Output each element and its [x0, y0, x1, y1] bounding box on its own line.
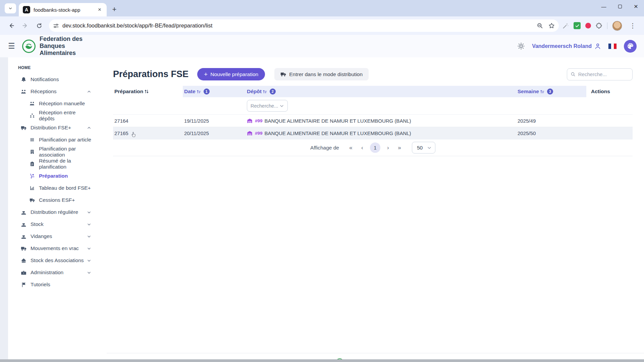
- chevron-up-icon: [87, 89, 91, 94]
- theme-palette-button[interactable]: [624, 40, 637, 53]
- preparation-week: 2025/50: [516, 127, 586, 139]
- chevron-up-icon: [87, 126, 91, 130]
- new-tab-button[interactable]: +: [109, 4, 120, 15]
- sidebar-item-stock[interactable]: Stock: [8, 218, 99, 230]
- table-search: [567, 68, 633, 80]
- column-header-actions: Actions: [586, 86, 633, 97]
- zoom-level-icon[interactable]: [537, 22, 543, 29]
- sidebar-item-reception-manuelle[interactable]: Réception manuelle: [8, 98, 99, 110]
- house-people-icon: [21, 258, 26, 263]
- table-row[interactable]: 27164 19/11/2025 #99 BANQUE ALIMENTAIRE …: [113, 115, 633, 127]
- new-preparation-button[interactable]: + Nouvelle préparation: [197, 68, 265, 80]
- sort-asc-icon: [196, 89, 201, 94]
- browser-tab-strip: A foodbanks-stock-app × + — ×: [0, 0, 644, 16]
- reload-button[interactable]: [33, 19, 46, 32]
- preparation-week: 2025/49: [516, 115, 586, 127]
- first-page-button[interactable]: «: [345, 144, 357, 151]
- column-header-depot[interactable]: Dépôt 2: [245, 86, 516, 97]
- hamburger-menu-icon[interactable]: ☰: [8, 42, 19, 51]
- bottom-edge-strip: [0, 359, 644, 362]
- distribution-mode-button[interactable]: Entrer dans le mode distribution: [274, 68, 369, 80]
- preparation-date: 19/11/2025: [183, 115, 245, 127]
- window-controls: — ×: [596, 0, 644, 13]
- next-page-button[interactable]: ›: [382, 144, 394, 151]
- bookmark-star-icon[interactable]: [548, 22, 555, 29]
- maximize-icon: [618, 5, 622, 8]
- sidebar-item-mouvements-en-vrac[interactable]: Mouvements en vrac: [8, 242, 99, 254]
- flag-icon: [21, 282, 26, 288]
- browser-tab[interactable]: A foodbanks-stock-app ×: [19, 3, 107, 16]
- user-menu[interactable]: Vandermeersch Roland: [532, 43, 601, 50]
- sidebar-item-notifications[interactable]: Notifications: [8, 73, 99, 85]
- sidebar-item-distribution-fse[interactable]: Distribution FSE+: [8, 122, 99, 134]
- org-name: Federation des Banques Alimentaires: [40, 36, 85, 57]
- tab-title: foodbanks-stock-app: [34, 7, 96, 13]
- tab-close-icon[interactable]: ×: [96, 6, 103, 13]
- preparation-actions: [586, 115, 633, 127]
- chevron-down-icon: [427, 145, 432, 150]
- pagination: Affichage de « ‹ 1 › » 50: [113, 139, 633, 156]
- org-logo-icon: [21, 39, 36, 54]
- sidebar-item-planification-par-article[interactable]: Planification par article: [8, 134, 99, 146]
- language-flag-fr[interactable]: [608, 44, 616, 49]
- user-name[interactable]: Vandermeersch Roland: [532, 43, 592, 49]
- tab-search-button[interactable]: [5, 3, 16, 13]
- truck-icon: [30, 197, 35, 203]
- bars-icon: [30, 137, 35, 142]
- column-header-semaine[interactable]: Semaine 3: [516, 86, 586, 97]
- column-header-preparation[interactable]: Préparation: [113, 86, 183, 97]
- sidebar-section-label: HOME: [8, 65, 99, 70]
- maximize-button[interactable]: [612, 0, 628, 13]
- sort-priority-badge: 3: [547, 88, 553, 95]
- sidebar-item-tableau-de-bord[interactable]: Tableau de bord FSE+: [8, 182, 99, 194]
- puzzle-extensions-icon[interactable]: [596, 22, 602, 29]
- address-bar[interactable]: dev.stock.foodbanksit.be/stock/app/fr-BE…: [49, 19, 559, 32]
- sort-priority-badge: 1: [204, 88, 210, 95]
- mouse-cursor: [130, 131, 137, 137]
- profile-avatar[interactable]: [612, 21, 622, 31]
- last-page-button[interactable]: »: [394, 144, 405, 151]
- close-window-button[interactable]: ×: [628, 0, 644, 13]
- depot-filter-select[interactable]: Recherche...: [247, 100, 288, 112]
- angular-favicon: A: [23, 6, 30, 13]
- hand-heart-icon: [21, 234, 26, 239]
- wand-extension-icon[interactable]: [562, 22, 569, 29]
- prev-page-button[interactable]: ‹: [357, 144, 368, 151]
- browser-menu-icon[interactable]: ⋮: [627, 22, 639, 29]
- dolly-icon: [30, 173, 35, 179]
- sidebar-item-administration[interactable]: Administration: [8, 266, 99, 279]
- table-row[interactable]: 27165 20/11/2025 #99 BANQUE ALIMENTAIRE …: [113, 127, 633, 139]
- forward-button[interactable]: [19, 19, 32, 32]
- theme-toggle-sun-icon[interactable]: [518, 43, 525, 50]
- people-icon: [30, 101, 35, 106]
- back-button[interactable]: [5, 19, 17, 32]
- plus-icon: +: [204, 71, 208, 78]
- chevron-down-icon: [87, 222, 91, 227]
- preparation-depot: #99 BANQUE ALIMENTAIRE DE NAMUR ET LUXEM…: [245, 115, 516, 127]
- record-extension-icon[interactable]: [585, 23, 591, 28]
- sidebar-item-stock-des-associations[interactable]: Stock des Associations: [8, 254, 99, 266]
- sidebar-item-tutoriels[interactable]: Tutoriels: [8, 279, 99, 291]
- page-size-select[interactable]: 50: [412, 142, 435, 154]
- minimize-button[interactable]: —: [596, 0, 612, 13]
- check-extension-icon[interactable]: [574, 22, 581, 29]
- sidebar-item-cessions-esf[interactable]: Cessions ESF+: [8, 194, 99, 206]
- sidebar-item-planification-par-association[interactable]: Planification par association: [8, 146, 99, 158]
- chevron-down-icon: [87, 234, 91, 239]
- column-header-date[interactable]: Date 1: [183, 86, 245, 97]
- sidebar-item-vidanges[interactable]: Vidanges: [8, 230, 99, 242]
- current-page-button[interactable]: 1: [370, 142, 380, 153]
- site-settings-icon[interactable]: [53, 23, 59, 29]
- sidebar-item-preparation[interactable]: Préparation: [8, 170, 99, 182]
- chevron-down-icon: [87, 210, 91, 215]
- url-text[interactable]: dev.stock.foodbanksit.be/stock/app/fr-BE…: [62, 22, 537, 29]
- sidebar-item-receptions[interactable]: Réceptions: [8, 85, 99, 98]
- sidebar-item-distribution-reguliere[interactable]: Distribution régulière: [8, 206, 99, 218]
- search-input[interactable]: [578, 71, 629, 77]
- pagination-label: Affichage de: [310, 145, 339, 151]
- browser-toolbar: dev.stock.foodbanksit.be/stock/app/fr-BE…: [0, 16, 644, 35]
- sort-both-icon: [144, 89, 149, 94]
- sidebar-item-reception-entre-depots[interactable]: Réception entre dépôts: [8, 110, 99, 122]
- sidebar-item-resume-planification[interactable]: Résumé de la planification: [8, 158, 99, 170]
- chevron-down-icon: [87, 270, 91, 275]
